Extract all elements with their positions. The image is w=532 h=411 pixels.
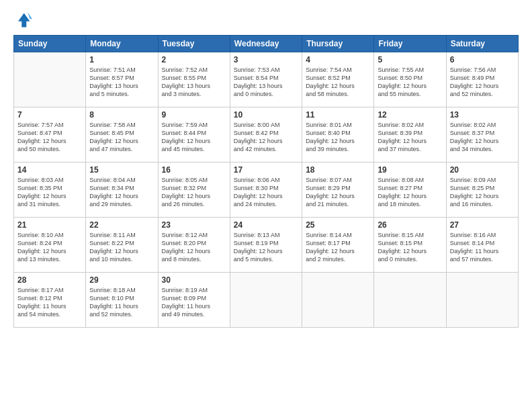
logo — [13, 11, 35, 30]
calendar-table: SundayMondayTuesdayWednesdayThursdayFrid… — [13, 35, 519, 328]
day-number: 16 — [162, 165, 226, 175]
calendar-cell: 8Sunrise: 7:58 AM Sunset: 8:45 PM Daylig… — [86, 107, 158, 163]
calendar-cell: 3Sunrise: 7:53 AM Sunset: 8:54 PM Daylig… — [230, 52, 302, 107]
svg-marker-1 — [28, 12, 32, 19]
calendar-cell: 7Sunrise: 7:57 AM Sunset: 8:47 PM Daylig… — [14, 107, 86, 163]
calendar-cell: 17Sunrise: 8:06 AM Sunset: 8:30 PM Dayli… — [230, 163, 302, 218]
day-info: Sunrise: 8:14 AM Sunset: 8:17 PM Dayligh… — [306, 231, 370, 264]
calendar-cell: 28Sunrise: 8:17 AM Sunset: 8:12 PM Dayli… — [14, 273, 86, 328]
day-info: Sunrise: 7:53 AM Sunset: 8:54 PM Dayligh… — [234, 66, 298, 99]
day-info: Sunrise: 7:51 AM Sunset: 8:57 PM Dayligh… — [89, 66, 154, 99]
calendar-cell: 26Sunrise: 8:15 AM Sunset: 8:15 PM Dayli… — [374, 218, 446, 273]
day-number: 22 — [89, 220, 154, 230]
day-number: 2 — [162, 55, 226, 64]
calendar-cell: 1Sunrise: 7:51 AM Sunset: 8:57 PM Daylig… — [86, 52, 158, 107]
day-number: 25 — [306, 220, 370, 230]
day-info: Sunrise: 7:59 AM Sunset: 8:44 PM Dayligh… — [162, 121, 226, 154]
calendar-cell — [14, 52, 86, 107]
calendar-cell: 18Sunrise: 8:07 AM Sunset: 8:29 PM Dayli… — [302, 163, 374, 218]
day-number: 26 — [378, 220, 442, 230]
day-info: Sunrise: 8:13 AM Sunset: 8:19 PM Dayligh… — [234, 231, 298, 264]
calendar-week-5: 28Sunrise: 8:17 AM Sunset: 8:12 PM Dayli… — [14, 273, 519, 328]
calendar-cell: 10Sunrise: 8:00 AM Sunset: 8:42 PM Dayli… — [230, 107, 302, 163]
calendar-cell: 9Sunrise: 7:59 AM Sunset: 8:44 PM Daylig… — [158, 107, 230, 163]
calendar-cell: 6Sunrise: 7:56 AM Sunset: 8:49 PM Daylig… — [446, 52, 518, 107]
calendar-cell: 15Sunrise: 8:04 AM Sunset: 8:34 PM Dayli… — [86, 163, 158, 218]
calendar-cell: 12Sunrise: 8:02 AM Sunset: 8:39 PM Dayli… — [374, 107, 446, 163]
day-info: Sunrise: 8:12 AM Sunset: 8:20 PM Dayligh… — [162, 231, 226, 264]
weekday-header-thursday: Thursday — [302, 36, 374, 52]
calendar-cell: 14Sunrise: 8:03 AM Sunset: 8:35 PM Dayli… — [14, 163, 86, 218]
day-number: 19 — [378, 165, 442, 175]
day-number: 7 — [17, 110, 82, 120]
calendar-week-3: 14Sunrise: 8:03 AM Sunset: 8:35 PM Dayli… — [14, 163, 519, 218]
day-number: 6 — [450, 55, 515, 64]
calendar-cell: 23Sunrise: 8:12 AM Sunset: 8:20 PM Dayli… — [158, 218, 230, 273]
weekday-header-sunday: Sunday — [14, 36, 86, 52]
weekday-header-saturday: Saturday — [446, 36, 518, 52]
calendar-week-1: 1Sunrise: 7:51 AM Sunset: 8:57 PM Daylig… — [14, 52, 519, 107]
calendar-cell: 11Sunrise: 8:01 AM Sunset: 8:40 PM Dayli… — [302, 107, 374, 163]
svg-marker-0 — [18, 13, 30, 28]
calendar-cell: 21Sunrise: 8:10 AM Sunset: 8:24 PM Dayli… — [14, 218, 86, 273]
page: SundayMondayTuesdayWednesdayThursdayFrid… — [0, 0, 532, 411]
header — [13, 11, 519, 30]
day-number: 18 — [306, 165, 370, 175]
calendar-cell — [302, 273, 374, 328]
day-number: 5 — [378, 55, 442, 64]
calendar-cell: 30Sunrise: 8:19 AM Sunset: 8:09 PM Dayli… — [158, 273, 230, 328]
day-number: 21 — [17, 220, 82, 230]
day-info: Sunrise: 8:03 AM Sunset: 8:35 PM Dayligh… — [17, 176, 82, 209]
day-number: 28 — [17, 275, 82, 285]
calendar-cell: 25Sunrise: 8:14 AM Sunset: 8:17 PM Dayli… — [302, 218, 374, 273]
calendar-week-4: 21Sunrise: 8:10 AM Sunset: 8:24 PM Dayli… — [14, 218, 519, 273]
day-info: Sunrise: 8:10 AM Sunset: 8:24 PM Dayligh… — [17, 231, 82, 264]
day-info: Sunrise: 8:07 AM Sunset: 8:29 PM Dayligh… — [306, 176, 370, 209]
day-info: Sunrise: 8:02 AM Sunset: 8:39 PM Dayligh… — [378, 121, 442, 154]
day-number: 12 — [378, 110, 442, 120]
day-info: Sunrise: 8:15 AM Sunset: 8:15 PM Dayligh… — [378, 231, 442, 264]
weekday-header-tuesday: Tuesday — [158, 36, 230, 52]
day-number: 3 — [234, 55, 298, 64]
day-number: 30 — [162, 275, 226, 285]
day-info: Sunrise: 7:52 AM Sunset: 8:55 PM Dayligh… — [162, 66, 226, 99]
weekday-header-row: SundayMondayTuesdayWednesdayThursdayFrid… — [14, 36, 519, 52]
calendar-week-2: 7Sunrise: 7:57 AM Sunset: 8:47 PM Daylig… — [14, 107, 519, 163]
day-number: 4 — [306, 55, 370, 64]
day-number: 15 — [89, 165, 154, 175]
day-info: Sunrise: 8:08 AM Sunset: 8:27 PM Dayligh… — [378, 176, 442, 209]
day-number: 17 — [234, 165, 298, 175]
calendar-cell: 19Sunrise: 8:08 AM Sunset: 8:27 PM Dayli… — [374, 163, 446, 218]
calendar-cell: 16Sunrise: 8:05 AM Sunset: 8:32 PM Dayli… — [158, 163, 230, 218]
day-number: 29 — [89, 275, 154, 285]
day-number: 20 — [450, 165, 515, 175]
day-number: 14 — [17, 165, 82, 175]
day-info: Sunrise: 7:58 AM Sunset: 8:45 PM Dayligh… — [89, 121, 154, 154]
day-info: Sunrise: 7:56 AM Sunset: 8:49 PM Dayligh… — [450, 66, 515, 99]
day-number: 10 — [234, 110, 298, 120]
day-number: 9 — [162, 110, 226, 120]
day-number: 13 — [450, 110, 515, 120]
calendar-cell: 29Sunrise: 8:18 AM Sunset: 8:10 PM Dayli… — [86, 273, 158, 328]
day-info: Sunrise: 8:16 AM Sunset: 8:14 PM Dayligh… — [450, 231, 515, 264]
calendar-cell: 20Sunrise: 8:09 AM Sunset: 8:25 PM Dayli… — [446, 163, 518, 218]
calendar-cell: 2Sunrise: 7:52 AM Sunset: 8:55 PM Daylig… — [158, 52, 230, 107]
day-info: Sunrise: 8:04 AM Sunset: 8:34 PM Dayligh… — [89, 176, 154, 209]
day-info: Sunrise: 7:57 AM Sunset: 8:47 PM Dayligh… — [17, 121, 82, 154]
day-info: Sunrise: 8:00 AM Sunset: 8:42 PM Dayligh… — [234, 121, 298, 154]
day-info: Sunrise: 8:09 AM Sunset: 8:25 PM Dayligh… — [450, 176, 515, 209]
day-info: Sunrise: 8:17 AM Sunset: 8:12 PM Dayligh… — [17, 286, 82, 319]
day-number: 8 — [89, 110, 154, 120]
calendar-cell — [446, 273, 518, 328]
calendar-cell — [230, 273, 302, 328]
calendar-cell: 5Sunrise: 7:55 AM Sunset: 8:50 PM Daylig… — [374, 52, 446, 107]
calendar-cell: 27Sunrise: 8:16 AM Sunset: 8:14 PM Dayli… — [446, 218, 518, 273]
day-info: Sunrise: 8:05 AM Sunset: 8:32 PM Dayligh… — [162, 176, 226, 209]
day-info: Sunrise: 8:19 AM Sunset: 8:09 PM Dayligh… — [162, 286, 226, 319]
day-number: 11 — [306, 110, 370, 120]
day-number: 23 — [162, 220, 226, 230]
day-info: Sunrise: 8:11 AM Sunset: 8:22 PM Dayligh… — [89, 231, 154, 264]
calendar-cell: 4Sunrise: 7:54 AM Sunset: 8:52 PM Daylig… — [302, 52, 374, 107]
weekday-header-wednesday: Wednesday — [230, 36, 302, 52]
day-number: 24 — [234, 220, 298, 230]
